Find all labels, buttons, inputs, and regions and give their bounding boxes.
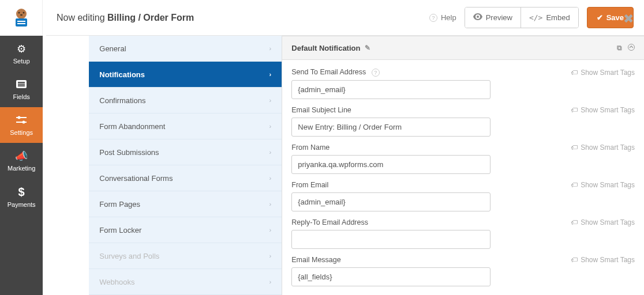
chevron-right-icon: › <box>269 278 272 285</box>
show-smart-tags[interactable]: 🏷 Show Smart Tags <box>571 218 635 226</box>
tag-icon: 🏷 <box>571 218 578 226</box>
chevron-right-icon: › <box>269 71 272 78</box>
sidebar-item-form-pages[interactable]: Form Pages › <box>89 191 282 217</box>
tag-icon: 🏷 <box>571 106 578 114</box>
sidebar-item-label: Post Submissions <box>99 148 159 157</box>
sliders-icon <box>16 115 27 127</box>
field-label-from-email: From Email <box>291 181 328 189</box>
sidebar-item-post-submissions[interactable]: Post Submissions › <box>89 139 282 165</box>
sidebar-item-surveys-polls[interactable]: Surveys and Polls › <box>89 243 282 269</box>
help-icon[interactable]: ? <box>372 69 380 77</box>
show-smart-tags[interactable]: 🏷 Show Smart Tags <box>571 256 635 264</box>
sidebar-item-label: Form Abandonment <box>99 122 165 131</box>
sidebar-item-label: Confirmations <box>99 96 145 105</box>
svg-point-1 <box>18 12 20 14</box>
svg-point-15 <box>628 44 635 50</box>
sidebar-item-label: Webhooks <box>99 278 134 286</box>
tag-icon: 🏷 <box>571 256 578 264</box>
sidebar-item-general[interactable]: General › <box>89 36 282 62</box>
embed-button[interactable]: </> Embed <box>521 7 578 28</box>
tag-icon: 🏷 <box>571 181 578 189</box>
chevron-right-icon: › <box>269 149 272 156</box>
check-icon: ✔ <box>597 13 603 22</box>
list-icon <box>16 79 27 91</box>
sidebar-item-label: Conversational Forms <box>99 174 173 183</box>
pencil-icon[interactable]: ✎ <box>365 44 370 52</box>
chevron-right-icon: › <box>269 175 272 181</box>
rail-setup[interactable]: ⚙ Setup <box>0 36 43 71</box>
chevron-right-icon: › <box>269 201 272 207</box>
help-link[interactable]: ? Help <box>426 13 456 22</box>
sidebar-item-notifications[interactable]: Notifications › <box>89 62 282 88</box>
eye-icon <box>473 13 482 22</box>
sidebar-item-form-locker[interactable]: Form Locker › <box>89 217 282 243</box>
tag-icon: 🏷 <box>571 143 578 152</box>
rail-payments[interactable]: $ Payments <box>0 179 43 214</box>
save-label: Save <box>606 13 624 22</box>
from-name-input[interactable] <box>291 155 491 174</box>
rail-settings-label: Settings <box>10 129 33 136</box>
show-smart-tags[interactable]: 🏷 Show Smart Tags <box>571 69 635 77</box>
sidebar-item-conversational-forms[interactable]: Conversational Forms › <box>89 165 282 191</box>
sidebar-item-webhooks[interactable]: Webhooks › <box>89 269 282 295</box>
message-input[interactable] <box>291 267 491 286</box>
svg-rect-6 <box>17 23 25 24</box>
gear-icon: ⚙ <box>17 43 26 55</box>
chevron-right-icon: › <box>269 123 272 130</box>
settings-sidebar: General › Notifications › Confirmations … <box>89 36 282 295</box>
code-icon: </> <box>529 13 542 22</box>
rail-payments-label: Payments <box>8 201 36 208</box>
chevron-right-icon: › <box>269 226 272 233</box>
svg-point-14 <box>23 120 25 123</box>
chevron-right-icon: › <box>269 252 272 259</box>
svg-rect-9 <box>18 84 25 85</box>
field-label-message: Email Message <box>291 256 340 264</box>
svg-rect-8 <box>18 82 25 83</box>
subject-input[interactable] <box>291 118 491 137</box>
preview-label: Preview <box>486 13 512 22</box>
show-smart-tags[interactable]: 🏷 Show Smart Tags <box>571 181 635 189</box>
sidebar-item-label: General <box>99 44 126 53</box>
sidebar-item-confirmations[interactable]: Confirmations › <box>89 88 282 114</box>
tag-icon: 🏷 <box>571 69 578 77</box>
dollar-icon: $ <box>18 186 25 199</box>
sidebar-item-label: Form Locker <box>99 226 141 235</box>
svg-point-2 <box>23 12 24 14</box>
help-label: Help <box>441 13 456 22</box>
copy-icon[interactable]: ⧉ <box>617 44 622 52</box>
field-label-reply-to: Reply-To Email Address <box>291 218 368 226</box>
sidebar-item-form-abandonment[interactable]: Form Abandonment › <box>89 114 282 139</box>
page-title: Now editing Billing / Order Form <box>57 13 194 23</box>
bullhorn-icon: 📣 <box>15 150 28 162</box>
show-smart-tags[interactable]: 🏷 Show Smart Tags <box>571 143 635 152</box>
svg-point-3 <box>20 14 23 16</box>
field-label-subject: Email Subject Line <box>291 106 351 114</box>
sidebar-item-label: Form Pages <box>99 200 140 209</box>
field-label-from-name: From Name <box>291 143 330 152</box>
panel-title: Default Notification <box>291 44 360 52</box>
sidebar-item-label: Surveys and Polls <box>99 252 159 260</box>
field-label-send-to: Send To Email Address ? <box>291 68 380 77</box>
sidebar-item-label: Notifications <box>99 70 145 79</box>
show-smart-tags[interactable]: 🏷 Show Smart Tags <box>571 106 635 114</box>
svg-rect-10 <box>18 85 25 86</box>
rail-marketing[interactable]: 📣 Marketing <box>0 143 43 179</box>
rail-marketing-label: Marketing <box>8 165 35 172</box>
rail-settings[interactable]: Settings <box>0 107 43 143</box>
preview-button[interactable]: Preview <box>465 7 521 28</box>
from-email-input[interactable] <box>291 192 491 211</box>
chevron-right-icon: › <box>269 45 272 52</box>
reply-to-input[interactable] <box>291 230 491 249</box>
svg-rect-4 <box>16 18 27 27</box>
rail-setup-label: Setup <box>13 58 30 65</box>
svg-rect-5 <box>17 21 25 22</box>
chevron-right-icon: › <box>269 97 272 104</box>
rail-fields-label: Fields <box>13 93 29 100</box>
send-to-input[interactable] <box>291 80 491 99</box>
rail-fields[interactable]: Fields <box>0 71 43 107</box>
close-icon[interactable]: ✖ <box>623 12 634 27</box>
wpforms-logo <box>0 0 43 36</box>
panel-header: Default Notification ✎ ⧉ <box>282 36 644 60</box>
caret-up-icon[interactable] <box>628 44 635 52</box>
svg-point-12 <box>18 116 21 119</box>
